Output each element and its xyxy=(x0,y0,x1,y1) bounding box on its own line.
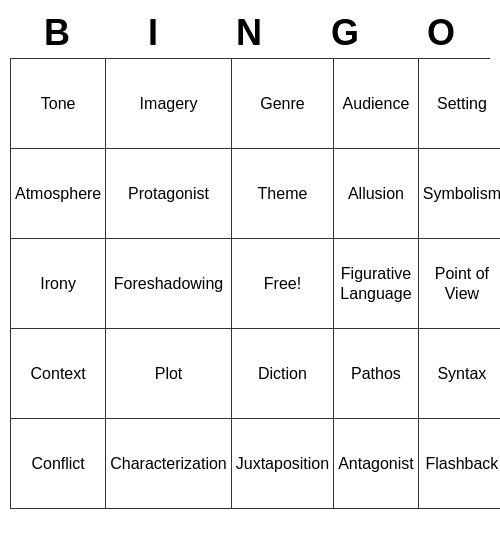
cell-text-r1-c2: Theme xyxy=(258,184,308,203)
cell-r3-c2: Diction xyxy=(232,329,334,419)
bingo-card: BINGO ToneImageryGenreAudienceSettingAtm… xyxy=(10,8,490,509)
cell-r4-c0: Conflict xyxy=(11,419,106,509)
cell-r4-c4: Flashback xyxy=(419,419,500,509)
cell-text-r0-c2: Genre xyxy=(260,94,304,113)
cell-text-r4-c1: Characterization xyxy=(110,454,227,473)
cell-text-r2-c2: Free! xyxy=(264,274,301,293)
cell-text-r0-c0: Tone xyxy=(41,94,76,113)
cell-text-r0-c1: Imagery xyxy=(140,94,198,113)
cell-r2-c1: Foreshadowing xyxy=(106,239,232,329)
cell-r1-c2: Theme xyxy=(232,149,334,239)
cell-text-r2-c1: Foreshadowing xyxy=(114,274,223,293)
header-letter-G: G xyxy=(298,8,394,58)
cell-text-r2-c3: Figurative Language xyxy=(338,264,414,302)
cell-text-r3-c0: Context xyxy=(31,364,86,383)
cell-text-r3-c2: Diction xyxy=(258,364,307,383)
cell-r0-c0: Tone xyxy=(11,59,106,149)
cell-r1-c3: Allusion xyxy=(334,149,419,239)
cell-r2-c0: Irony xyxy=(11,239,106,329)
cell-text-r3-c1: Plot xyxy=(155,364,183,383)
cell-r2-c3: Figurative Language xyxy=(334,239,419,329)
header-letter-B: B xyxy=(10,8,106,58)
cell-r0-c4: Setting xyxy=(419,59,500,149)
cell-text-r1-c1: Protagonist xyxy=(128,184,209,203)
cell-text-r4-c0: Conflict xyxy=(31,454,84,473)
cell-text-r4-c2: Juxtaposition xyxy=(236,454,329,473)
cell-r3-c0: Context xyxy=(11,329,106,419)
cell-r3-c4: Syntax xyxy=(419,329,500,419)
header-letter-N: N xyxy=(202,8,298,58)
cell-r4-c3: Antagonist xyxy=(334,419,419,509)
cell-r1-c4: Symbolism xyxy=(419,149,500,239)
bingo-grid: ToneImageryGenreAudienceSettingAtmospher… xyxy=(10,58,490,509)
header-letter-O: O xyxy=(394,8,490,58)
cell-text-r2-c0: Irony xyxy=(40,274,76,293)
cell-r2-c4: Point of View xyxy=(419,239,500,329)
cell-r3-c3: Pathos xyxy=(334,329,419,419)
cell-text-r4-c3: Antagonist xyxy=(338,454,414,473)
cell-text-r0-c4: Setting xyxy=(437,94,487,113)
cell-text-r3-c3: Pathos xyxy=(351,364,401,383)
cell-text-r0-c3: Audience xyxy=(343,94,410,113)
cell-r2-c2: Free! xyxy=(232,239,334,329)
cell-text-r1-c3: Allusion xyxy=(348,184,404,203)
cell-r1-c0: Atmosphere xyxy=(11,149,106,239)
cell-text-r1-c0: Atmosphere xyxy=(15,184,101,203)
cell-text-r4-c4: Flashback xyxy=(425,454,498,473)
cell-text-r2-c4: Point of View xyxy=(423,264,500,302)
header-letter-I: I xyxy=(106,8,202,58)
cell-r0-c3: Audience xyxy=(334,59,419,149)
cell-text-r3-c4: Syntax xyxy=(437,364,486,383)
bingo-header: BINGO xyxy=(10,8,490,58)
cell-r3-c1: Plot xyxy=(106,329,232,419)
cell-r0-c2: Genre xyxy=(232,59,334,149)
cell-text-r1-c4: Symbolism xyxy=(423,184,500,203)
cell-r1-c1: Protagonist xyxy=(106,149,232,239)
cell-r4-c2: Juxtaposition xyxy=(232,419,334,509)
cell-r0-c1: Imagery xyxy=(106,59,232,149)
cell-r4-c1: Characterization xyxy=(106,419,232,509)
